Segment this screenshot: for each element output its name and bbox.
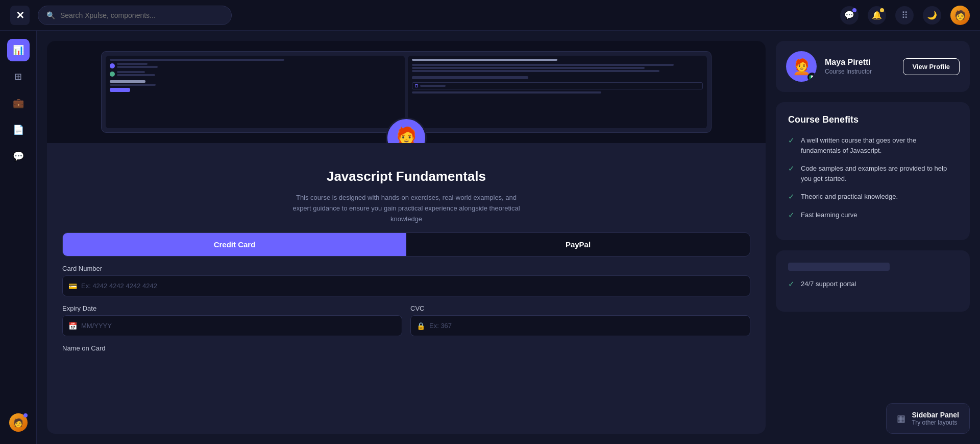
mini-avatar	[110, 63, 115, 68]
check-icon-3: ✓	[788, 192, 795, 201]
dashboard-icon: 📊	[13, 44, 24, 56]
instructor-info: Maya Piretti Course Instructor	[825, 58, 895, 75]
preview-right-line3	[412, 70, 659, 72]
chat-button[interactable]: 💬	[840, 6, 859, 25]
expiry-group: Expiry Date 📅	[62, 305, 402, 336]
sidebar-user-avatar[interactable]: 🧑	[9, 413, 28, 432]
sidebar-panel-icon: ▦	[897, 413, 905, 424]
preview-checkbox	[415, 84, 418, 87]
card-number-input-wrap: 💳	[62, 275, 750, 296]
search-icon: 🔍	[46, 11, 55, 19]
sidebar-panel-subtitle: Try other layouts	[912, 419, 959, 426]
topnav: ✕ 🔍 💬 🔔 ⠿ 🌙 🧑	[0, 0, 980, 31]
notifications-button[interactable]: 🔔	[868, 6, 886, 25]
preview-publish-box	[412, 82, 703, 89]
logo-icon: ✕	[16, 9, 24, 21]
main-course-card: 🧑‍🦰 Javascript Fundamentals This course …	[47, 41, 766, 434]
check-icon-2: ✓	[788, 164, 795, 173]
lock-icon: 🔒	[416, 322, 425, 330]
topnav-icons: 💬 🔔 ⠿ 🌙 🧑	[840, 6, 970, 25]
expiry-input[interactable]	[62, 315, 402, 336]
sidebar-item-briefcase[interactable]: 💼	[7, 92, 30, 114]
preview-right-line1	[412, 64, 674, 66]
card-number-input[interactable]	[62, 275, 750, 296]
preview-msg	[117, 66, 158, 68]
instructor-avatar-icon: 🧑‍🦰	[792, 58, 811, 76]
logo[interactable]: ✕	[10, 6, 30, 25]
benefit-text-1: A well written course that goes over the…	[801, 135, 958, 155]
bell-badge	[880, 8, 884, 12]
content-area: 🧑‍🦰 Javascript Fundamentals This course …	[37, 31, 980, 444]
grid-nav-icon: ⊞	[14, 71, 22, 82]
preview-chat-1	[110, 63, 401, 69]
sidebar-avatar-image: 🧑	[13, 418, 23, 428]
benefit-item-4: ✓ Fast learning curve	[788, 210, 958, 220]
user-avatar[interactable]: 🧑	[950, 6, 970, 25]
preview-publish-sub	[412, 91, 601, 94]
preview-name-2	[117, 71, 145, 73]
tab-credit-card[interactable]: Credit Card	[63, 233, 406, 256]
instructor-avatar: 🧑‍🦰 🇮🇹	[786, 51, 817, 82]
cvc-input[interactable]	[410, 315, 750, 336]
view-profile-button[interactable]: View Profile	[903, 58, 960, 75]
benefit-item-3: ✓ Theoric and practical knowledge.	[788, 192, 958, 202]
check-icon-extra: ✓	[788, 279, 795, 289]
benefit-text-2: Code samples and examples are provided t…	[801, 163, 958, 183]
instructor-card: 🧑‍🦰 🇮🇹 Maya Piretti Course Instructor Vi…	[776, 41, 970, 92]
sidebar-item-dashboard[interactable]: 📊	[7, 39, 30, 61]
preview-add-phone	[110, 80, 401, 92]
expiry-cvc-row: Expiry Date 📅 CVC 🔒	[62, 305, 750, 336]
preview-line	[110, 59, 284, 61]
course-avatar-icon: 🧑‍🦰	[393, 126, 420, 144]
apps-button[interactable]: ⠿	[895, 6, 914, 25]
check-icon-4: ✓	[788, 211, 795, 220]
check-icon-1: ✓	[788, 136, 795, 145]
avatar-image: 🧑	[954, 10, 966, 21]
sidebar-panel-tooltip[interactable]: ▦ Sidebar Panel Try other layouts	[886, 403, 970, 434]
search-input[interactable]	[60, 11, 223, 19]
payment-tabs: Credit Card PayPal	[62, 232, 750, 256]
sidebar-item-message[interactable]: 💬	[7, 145, 30, 168]
instructor-name: Maya Piretti	[825, 58, 895, 67]
preview-right-title	[412, 59, 557, 61]
extra-card: ✓ 24/7 support portal	[776, 250, 970, 312]
cvc-group: CVC 🔒	[410, 305, 750, 336]
instructor-flag: 🇮🇹	[807, 73, 817, 82]
preview-add-text	[110, 80, 145, 83]
preview-panel-left	[106, 56, 405, 128]
preview-right-label	[412, 76, 528, 79]
sidebar-panel-title: Sidebar Panel	[912, 411, 959, 419]
chat-badge	[852, 8, 856, 12]
sidebar-item-file[interactable]: 📄	[7, 119, 30, 141]
preview-publish-text	[420, 85, 446, 87]
benefit-text-4: Fast learning curve	[801, 210, 857, 220]
course-preview: 🧑‍🦰	[47, 41, 766, 143]
briefcase-icon: 💼	[13, 98, 24, 109]
preview-msg-2	[117, 74, 155, 76]
theme-button[interactable]: 🌙	[923, 6, 941, 25]
extra-benefit-text: 24/7 support portal	[801, 280, 856, 288]
card-body: Javascript Fundamentals This course is d…	[47, 143, 766, 364]
card-icon: 💳	[68, 282, 77, 290]
tab-paypal[interactable]: PayPal	[406, 233, 750, 256]
instructor-role: Course Instructor	[825, 68, 895, 75]
payment-form: Card Number 💳 Expiry Date 📅	[62, 265, 750, 352]
sidebar-panel-text-group: Sidebar Panel Try other layouts	[912, 411, 959, 426]
extra-card-title-bar	[788, 263, 890, 271]
file-icon: 📄	[13, 124, 24, 135]
moon-icon: 🌙	[927, 10, 937, 20]
left-sidebar: 📊 ⊞ 💼 📄 💬 🧑	[0, 31, 37, 444]
sidebar-item-grid[interactable]: ⊞	[7, 65, 30, 88]
benefits-card: Course Benefits ✓ A well written course …	[776, 102, 970, 240]
right-panel: 🧑‍🦰 🇮🇹 Maya Piretti Course Instructor Vi…	[776, 41, 970, 434]
card-number-label: Card Number	[62, 265, 750, 272]
mini-avatar-2	[110, 72, 115, 77]
cvc-label: CVC	[410, 305, 750, 312]
main-layout: 📊 ⊞ 💼 📄 💬 🧑	[0, 31, 980, 444]
search-bar[interactable]: 🔍	[38, 6, 232, 25]
card-number-group: Card Number 💳	[62, 265, 750, 296]
preview-btn	[110, 88, 130, 92]
grid-icon: ⠿	[901, 10, 908, 21]
benefit-text-3: Theoric and practical knowledge.	[801, 192, 898, 202]
extra-benefit-item: ✓ 24/7 support portal	[788, 279, 958, 289]
